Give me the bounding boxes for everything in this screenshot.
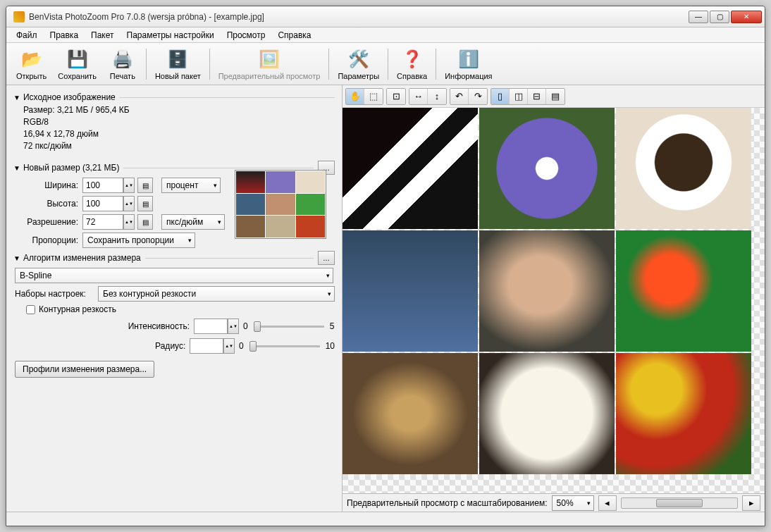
intensity-input[interactable] [194, 318, 228, 334]
save-button[interactable]: 💾Сохранить [54, 47, 101, 82]
titlebar[interactable]: BenVista PhotoZoom Pro 7.0.8 (wersja pró… [6, 6, 765, 27]
width-link-button[interactable]: ▤ [137, 178, 153, 193]
menu-edit[interactable]: Правка [44, 29, 85, 42]
toolbar-separator [328, 49, 329, 80]
rotate-ccw-button[interactable]: ↶ [450, 89, 469, 104]
radius-min: 0 [239, 341, 244, 351]
preview-button[interactable]: 🖼️Предварительный просмотр [214, 47, 325, 82]
folder-open-icon: 📂 [20, 48, 43, 70]
algo-more-button[interactable]: … [318, 251, 335, 265]
toolbar-separator [146, 49, 147, 80]
height-link-button[interactable]: ▤ [137, 196, 153, 211]
params-button[interactable]: 🛠️Параметры [333, 47, 383, 82]
zoom-combo[interactable]: 50% [552, 495, 594, 511]
height-spinner[interactable]: ▲▼ [123, 196, 135, 211]
content-area: ▼Исходное изображение Размер: 3,21 МБ / … [6, 85, 765, 512]
intensity-row: Интенсивность: ▲▼ 0 5 [20, 318, 335, 334]
toolbar-separator [388, 49, 388, 80]
intensity-label: Интенсивность: [20, 321, 190, 331]
presets-combo[interactable]: Без контурной резкости [98, 286, 335, 302]
proportions-combo[interactable]: Сохранить пропорции [82, 233, 195, 248]
source-size: Размер: 3,21 МБ / 965,4 КБ [23, 105, 335, 115]
flip-v-button[interactable]: ↕ [428, 89, 446, 104]
preview-toolbar: ✋ ⬚ ⊡ ↔ ↕ ↶ ↷ ▯ ◫ ⊟ ▤ [343, 85, 765, 108]
settings-panel: ▼Исходное изображение Размер: 3,21 МБ / … [6, 85, 342, 512]
preview-canvas[interactable] [343, 108, 765, 493]
new-batch-button[interactable]: 🗄️Новый пакет [151, 47, 205, 82]
scroll-left-button[interactable]: ◂ [598, 495, 617, 511]
height-input[interactable] [82, 196, 123, 211]
app-window: BenVista PhotoZoom Pro 7.0.8 (wersja pró… [6, 6, 765, 526]
resolution-link-button[interactable]: ▤ [137, 214, 153, 230]
source-mode: RGB/8 [23, 117, 335, 127]
unsharp-checkbox[interactable] [26, 305, 35, 314]
intensity-spinner[interactable]: ▲▼ [228, 318, 239, 334]
horizontal-scrollbar[interactable] [621, 497, 738, 509]
view-split-h-button[interactable]: ◫ [510, 89, 528, 104]
proportions-label: Пропорции: [20, 235, 78, 245]
toolbar-separator [209, 49, 210, 80]
menu-settings[interactable]: Параметры настройки [121, 29, 220, 42]
width-input[interactable] [82, 178, 123, 193]
size-unit-combo[interactable]: процент [161, 178, 221, 193]
app-icon [13, 11, 25, 23]
source-thumbnail[interactable] [235, 170, 326, 239]
resolution-label: Разрешение: [20, 217, 78, 227]
maximize-button[interactable]: ▢ [710, 11, 729, 23]
toolbar-separator [436, 49, 436, 80]
presets-row: Наборы настроек: Без контурной резкости [15, 286, 335, 302]
intensity-slider[interactable] [254, 326, 324, 328]
main-toolbar: 📂Открыть 💾Сохранить 🖨️Печать 🗄️Новый пак… [6, 43, 765, 85]
view-grid-button[interactable]: ▤ [546, 89, 565, 104]
batch-icon: 🗄️ [166, 48, 189, 70]
unsharp-row: Контурная резкость [26, 304, 335, 314]
flip-h-button[interactable]: ↔ [409, 89, 428, 104]
crop-tool-button[interactable]: ⊡ [387, 89, 405, 104]
help-icon: ❓ [401, 48, 424, 70]
window-title: BenVista PhotoZoom Pro 7.0.8 (wersja pró… [29, 12, 689, 22]
resolution-unit-combo[interactable]: пкс/дюйм [161, 214, 225, 230]
preview-icon: 🖼️ [258, 48, 280, 70]
collapse-icon: ▼ [13, 254, 20, 262]
source-res: 72 пкс/дюйм [23, 141, 335, 151]
algo-section-header[interactable]: ▼Алгоритм изменения размера… [13, 251, 335, 265]
intensity-min: 0 [243, 321, 248, 331]
radius-label: Радиус: [20, 341, 185, 351]
radius-input[interactable] [190, 338, 223, 354]
menu-help[interactable]: Справка [272, 29, 316, 42]
radius-slider[interactable] [249, 345, 320, 347]
preview-panel: ✋ ⬚ ⊡ ↔ ↕ ↶ ↷ ▯ ◫ ⊟ ▤ [342, 85, 765, 512]
radius-row: Радиус: ▲▼ 0 10 [20, 338, 335, 354]
source-dims: 16,94 x 12,78 дюйм [23, 129, 335, 139]
menu-file[interactable]: Файл [11, 29, 43, 42]
collapse-icon: ▼ [13, 164, 20, 172]
rotate-cw-button[interactable]: ↷ [469, 89, 487, 104]
algorithm-combo[interactable]: B-Spline [15, 268, 333, 283]
intensity-max: 5 [330, 321, 335, 331]
hand-tool-button[interactable]: ✋ [346, 89, 364, 104]
select-tool-button[interactable]: ⬚ [364, 89, 383, 104]
menu-batch[interactable]: Пакет [85, 29, 119, 42]
resolution-input[interactable] [82, 214, 123, 230]
close-button[interactable]: ✕ [731, 11, 762, 23]
minimize-button[interactable]: — [689, 11, 708, 23]
view-single-button[interactable]: ▯ [491, 89, 510, 104]
height-label: Высота: [20, 199, 78, 209]
zoom-label: Предварительный просмотр с масштабирован… [347, 498, 548, 508]
info-icon: ℹ️ [457, 48, 480, 70]
scroll-right-button[interactable]: ▸ [742, 495, 760, 511]
menu-view[interactable]: Просмотр [221, 29, 271, 42]
radius-spinner[interactable]: ▲▼ [223, 338, 235, 354]
resize-profiles-button[interactable]: Профили изменения размера... [15, 361, 154, 378]
help-button[interactable]: ❓Справка [393, 47, 431, 82]
open-button[interactable]: 📂Открыть [12, 47, 51, 82]
info-button[interactable]: ℹ️Информация [440, 47, 496, 82]
resolution-spinner[interactable]: ▲▼ [123, 214, 135, 230]
print-button[interactable]: 🖨️Печать [104, 47, 142, 82]
width-label: Ширина: [20, 180, 78, 190]
source-section-header[interactable]: ▼Исходное изображение [13, 92, 335, 102]
menubar: Файл Правка Пакет Параметры настройки Пр… [6, 27, 765, 43]
printer-icon: 🖨️ [111, 48, 134, 70]
width-spinner[interactable]: ▲▼ [123, 178, 135, 193]
view-split-v-button[interactable]: ⊟ [528, 89, 546, 104]
